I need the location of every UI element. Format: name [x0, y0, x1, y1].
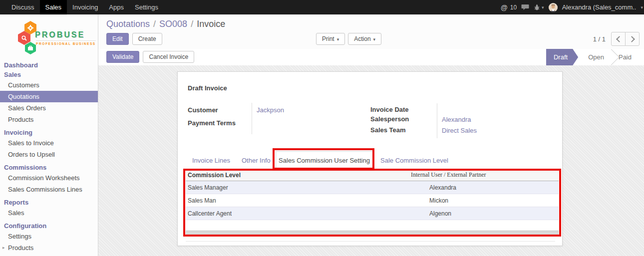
user-menu[interactable]: Alexandra (Sales_comm.. — [562, 3, 637, 11]
sidebar-nav: Dashboard Sales Customers Quotations Sal… — [0, 60, 98, 256]
cell-user[interactable]: Alexandra — [427, 181, 559, 194]
menu-settings[interactable]: Settings — [129, 0, 164, 14]
table-row[interactable]: Sales Man Mickon — [186, 194, 559, 207]
column-label: Internal User / External Partner — [411, 171, 486, 178]
breadcrumb-so008[interactable]: SO008 — [159, 19, 187, 29]
sheet-title: Draft Invoice — [188, 84, 227, 92]
commission-table: Commission Level Internal User / Externa… — [186, 169, 559, 220]
create-button[interactable]: Create — [132, 33, 162, 45]
tab-sale-commission-level[interactable]: Sale Commission Level — [380, 157, 448, 164]
breadcrumb-invoice: Invoice — [197, 19, 225, 29]
chevron-right-icon — [629, 36, 635, 42]
sidebar-item-sales-to-invoice[interactable]: Sales to Invoice — [0, 137, 98, 149]
control-panel: Quotations/SO008/Invoice Edit Create Pri… — [98, 14, 644, 49]
sidebar: PROBUSE PROFESSIONAL BUSINESS Dashboard … — [0, 14, 98, 256]
app-menus: Discuss Sales Invoicing Apps Settings — [0, 0, 164, 14]
breadcrumb: Quotations/SO008/Invoice — [106, 19, 225, 29]
edit-button[interactable]: Edit — [106, 33, 129, 45]
menu-discuss[interactable]: Discuss — [6, 0, 40, 14]
sidebar-item-sales-commissions-lines[interactable]: Sales Commissions Lines — [0, 184, 98, 195]
sales-team-value[interactable]: Direct Sales — [442, 127, 477, 134]
briefcase-hexagon-icon — [25, 42, 36, 54]
table-row[interactable]: Callcenter Agent Algenon — [186, 207, 559, 220]
tab-other-info[interactable]: Other Info — [242, 157, 271, 164]
sidebar-item-orders-to-upsell[interactable]: Orders to Upsell — [0, 149, 98, 160]
print-dropdown-button[interactable]: Print▾ — [316, 33, 345, 45]
salesperson-label: Salesperson — [370, 115, 409, 123]
sidebar-item-commission-worksheets[interactable]: Commission Worksheets — [0, 172, 98, 184]
payment-terms-label: Payment Terms — [188, 119, 236, 127]
sidebar-item-settings[interactable]: Settings — [0, 231, 98, 242]
horizontal-scrollbar[interactable] — [186, 231, 559, 235]
chevron-left-icon — [616, 36, 623, 42]
sidebar-section-reports[interactable]: Reports — [0, 198, 98, 207]
divider — [186, 241, 555, 242]
menu-sales[interactable]: Sales — [40, 0, 67, 14]
salesperson-value[interactable]: Alexandra — [442, 116, 471, 123]
debug-bug-icon[interactable]: ▾ — [534, 4, 544, 10]
cell-commission-level[interactable]: Callcenter Agent — [186, 207, 427, 220]
field-divider — [437, 103, 437, 138]
action-dropdown-button[interactable]: Action▾ — [348, 33, 381, 45]
tab-invoice-lines[interactable]: Invoice Lines — [192, 157, 230, 164]
print-label: Print — [322, 35, 334, 42]
pager-next-button[interactable] — [625, 32, 640, 46]
status-draft[interactable]: Draft — [546, 49, 578, 65]
sales-team-label: Sales Team — [370, 126, 406, 134]
column-commission-level[interactable]: Commission Level — [186, 169, 427, 181]
breadcrumb-separator: / — [153, 19, 156, 29]
pager-counter: 1 / 1 — [593, 35, 606, 43]
sidebar-item-dashboard[interactable]: Dashboard — [0, 60, 98, 70]
notebook-tabs: Invoice Lines Other Info Sales Commissio… — [184, 151, 557, 169]
probuse-logo: PROBUSE PROFESSIONAL BUSINESS — [0, 14, 98, 60]
menu-invoicing[interactable]: Invoicing — [67, 0, 103, 14]
menu-apps[interactable]: Apps — [103, 0, 129, 14]
sidebar-item-reports-sales[interactable]: Sales — [0, 207, 98, 219]
sidebar-item-label: Products — [8, 244, 33, 252]
sidebar-section-configuration[interactable]: Configuration — [0, 221, 98, 231]
sidebar-item-customers[interactable]: Customers — [0, 79, 98, 91]
cell-user[interactable]: Algenon — [427, 207, 559, 220]
user-avatar[interactable] — [549, 3, 558, 12]
field-divider — [252, 103, 252, 134]
main-area: Quotations/SO008/Invoice Edit Create Pri… — [98, 14, 644, 256]
mention-count[interactable]: 10 — [510, 4, 517, 11]
table-header-row: Commission Level Internal User / Externa… — [186, 169, 559, 181]
caret-down-icon[interactable]: ▾ — [641, 5, 643, 10]
breadcrumb-separator: / — [191, 19, 193, 29]
breadcrumb-quotations[interactable]: Quotations — [106, 19, 150, 29]
sidebar-section-invoicing[interactable]: Invoicing — [0, 128, 98, 137]
top-menubar: Discuss Sales Invoicing Apps Settings @ … — [0, 0, 644, 14]
form-view-background: Draft Invoice Customer Payment Terms Jac… — [98, 65, 644, 256]
table-row[interactable]: Sales Manager Alexandra — [186, 181, 559, 194]
validate-button[interactable]: Validate — [106, 51, 139, 63]
sidebar-section-sales[interactable]: Sales — [0, 70, 98, 79]
cell-commission-level[interactable]: Sales Manager — [186, 181, 427, 194]
mention-icon[interactable]: @ — [501, 3, 508, 11]
sidebar-item-sales-orders[interactable]: Sales Orders — [0, 102, 98, 114]
tab-sales-commission-user-setting[interactable]: Sales Commission User Setting — [276, 151, 373, 169]
invoice-date-label: Invoice Date — [370, 106, 409, 113]
invoice-sheet: Draft Invoice Customer Payment Terms Jac… — [177, 71, 563, 246]
expand-chevron-icon: ▸ — [2, 245, 5, 250]
cell-user[interactable]: Mickon — [427, 194, 559, 207]
statusbar: Validate Cancel Invoice Draft Open Paid — [98, 49, 644, 66]
customer-value[interactable]: Jackpson — [257, 106, 284, 114]
sidebar-item-products[interactable]: Products — [0, 114, 98, 125]
cell-commission-level[interactable]: Sales Man — [186, 194, 427, 207]
caret-down-icon: ▾ — [542, 5, 544, 10]
customer-label: Customer — [188, 106, 218, 114]
column-internal-user-external-partner[interactable]: Internal User / External Partner — [427, 169, 559, 181]
action-label: Action — [354, 35, 370, 42]
caret-down-icon: ▾ — [337, 37, 339, 42]
logo-title: PROBUSE — [35, 30, 85, 39]
sidebar-section-commissions[interactable]: Commissions — [0, 163, 98, 172]
sidebar-item-config-contacts[interactable]: ▸Contacts — [0, 254, 98, 256]
pager-previous-button[interactable] — [611, 32, 626, 46]
sidebar-item-config-products[interactable]: ▸Products — [0, 242, 98, 254]
status-widget: Draft Open Paid — [546, 49, 640, 65]
sidebar-item-quotations[interactable]: Quotations — [0, 91, 98, 102]
cancel-invoice-button[interactable]: Cancel Invoice — [143, 51, 194, 63]
logo-subtitle: PROFESSIONAL BUSINESS — [36, 40, 96, 45]
messages-icon[interactable] — [521, 4, 529, 11]
